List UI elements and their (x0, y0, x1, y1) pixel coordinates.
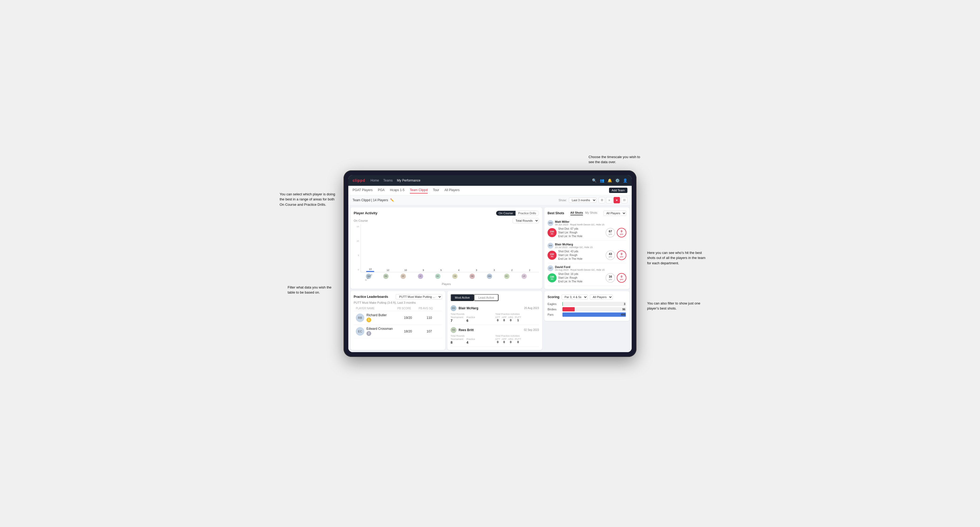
bottom-cards: Practice Leaderboards PUTT Must Make Put… (350, 291, 542, 350)
activity-date-1: 02 Sep 2023 (524, 329, 539, 332)
nav-icons: 🔍 👥 🔔 ⚙️ 👤 (592, 178, 627, 183)
on-course-toggle[interactable]: On Course (496, 211, 515, 216)
nav-my-performance[interactable]: My Performance (397, 178, 420, 183)
avg-cell-1: 107 (418, 330, 440, 333)
eagles-bar-fill (562, 302, 563, 306)
shots-tab-group: All Shots My Shots (570, 211, 598, 215)
scoring-filter-1[interactable]: Par 3, 4 & 5s (562, 294, 588, 300)
player-avatar-3: JC (412, 273, 428, 282)
callout-best-shots: Here you can see who's hit the best shot… (647, 250, 708, 266)
player-activity-card: Player Activity On Course Practice Drill… (350, 207, 542, 289)
all-shots-tab[interactable]: All Shots (570, 211, 583, 215)
most-active-tab[interactable]: Most Active (450, 294, 474, 301)
most-active-card: Most Active Least Active BM Blair McHarg… (447, 291, 542, 350)
nav-home[interactable]: Home (371, 178, 379, 183)
scoring-card: Scoring Par 3, 4 & 5s All Players Eagles (544, 291, 630, 321)
sub-nav-hcaps[interactable]: Hcaps 1-5 (390, 187, 404, 194)
player-avatar-edward: EC (356, 327, 364, 336)
shot-avatar-2: DF (547, 265, 554, 271)
chevron-right-2[interactable]: › (625, 272, 626, 276)
activity-stats-1: Total Rounds Tournament 8 Practice (450, 335, 539, 344)
chart-section-label: On Course (354, 219, 368, 222)
bar-group-2: 10 (397, 269, 414, 272)
chevron-right-0[interactable]: › (625, 227, 626, 231)
least-active-tab[interactable]: Least Active (474, 294, 498, 301)
shot-description-1: Shot Dist: 43 ydsStart Lie: RoughEnd Lie… (558, 250, 604, 261)
shot-dist-badge-1: 43 yds (606, 251, 615, 260)
callout-timescale: Choose the timescale you wish to see the… (589, 154, 642, 165)
practice-leaderboards-card: Practice Leaderboards PUTT Must Make Put… (350, 291, 445, 350)
search-icon[interactable]: 🔍 (592, 178, 597, 183)
shot-player-name-1: Blair McHarg (555, 243, 593, 246)
practice-filter-select[interactable]: PUTT Must Make Putting ... (396, 294, 442, 300)
heart-view-btn[interactable]: ♥ (614, 197, 620, 203)
nav-links: Home Teams My Performance (371, 178, 587, 183)
leaderboard-row-0: RB Richard Butler 1 19/20 110 (354, 311, 442, 325)
sub-nav: PGAT Players PGA Hcaps 1-5 Team Clippd T… (348, 186, 632, 195)
player-avatar-7: MM (482, 273, 498, 282)
practice-header: Practice Leaderboards PUTT Must Make Put… (354, 294, 442, 300)
sub-nav-pga[interactable]: PGA (378, 187, 385, 194)
col-pb-avg: PB Avg SQ (418, 307, 440, 310)
shot-player-row-0: MM Matt Miller 09 Jun 2023 · Royal North… (547, 220, 626, 226)
rank-badge-0: 1 (366, 317, 371, 322)
bell-icon[interactable]: 🔔 (608, 178, 612, 183)
shot-details-1: 200 SG Shot Dist: 43 ydsStart Lie: Rough… (547, 250, 626, 261)
app-logo: clippd (353, 178, 365, 183)
rank-badge-1: 2 (366, 331, 371, 336)
x-axis-label: Players (354, 283, 539, 286)
show-control: Show: Last 3 months ⊞ ≡ ♥ ⊟ (558, 197, 627, 203)
player-avatar-1: RB (378, 273, 394, 282)
edit-icon[interactable]: ✏️ (390, 198, 394, 202)
player-avatar-8: EC (498, 273, 515, 282)
bar-group-5: 4 (450, 269, 467, 272)
scoring-bar-eagles: Eagles 3 (547, 302, 626, 306)
profile-icon[interactable]: 👤 (623, 178, 627, 183)
team-name-label: Team Clippd | 14 Players (353, 198, 388, 202)
bar-group-0: 13 (362, 268, 379, 272)
player-name-0: Richard Butler (366, 313, 387, 317)
activity-tabs: Most Active Least Active (450, 294, 539, 301)
practice-drills-toggle[interactable]: Practice Drills (515, 211, 539, 216)
player-avatars-row: BM B. McHarg RB DF JC (354, 273, 539, 282)
timescale-select[interactable]: Last 3 months (569, 197, 597, 203)
sub-nav-all-players[interactable]: All Players (444, 187, 460, 194)
nav-bar: clippd Home Teams My Performance 🔍 👥 🔔 ⚙… (348, 175, 632, 186)
bar-group-9: 2 (522, 269, 538, 272)
activity-name-1: Rees Britt (458, 328, 474, 332)
team-header: Team Clippd | 14 Players ✏️ Show: Last 3… (348, 195, 632, 205)
chevron-right-1[interactable]: › (625, 250, 626, 254)
add-team-button[interactable]: Add Team (609, 187, 627, 193)
users-icon[interactable]: 👥 (600, 178, 604, 183)
chart-filter-select[interactable]: Total Rounds (513, 218, 539, 223)
tournament-val-0: 7 (450, 319, 463, 322)
player-avatar-9: LR (516, 273, 532, 282)
shot-avatar-1: BM (547, 243, 554, 249)
birdies-val: 96 (622, 308, 625, 311)
grid-view-btn[interactable]: ⊞ (599, 197, 605, 203)
shot-meta-2: 24 Aug 2023 · Royal North Devon GC, Hole… (555, 268, 605, 271)
right-column: Best Shots All Shots My Shots All Player… (544, 207, 630, 350)
my-shots-tab[interactable]: My Shots (585, 211, 597, 215)
col-player-name: Player Name (356, 307, 397, 310)
best-shots-title: Best Shots (547, 211, 564, 215)
settings-icon[interactable]: ⚙️ (615, 178, 620, 183)
scoring-bar-birdies: Birdies 96 (547, 307, 626, 311)
scoring-bar-pars: Pars 499 (547, 313, 626, 317)
sub-nav-tour[interactable]: Tour (433, 187, 439, 194)
player-avatar-0: BM B. McHarg (361, 273, 377, 282)
callout-filter: Filter what data you wish the table to b… (288, 285, 338, 295)
shot-dist-badge-0: 67 yds (606, 228, 615, 237)
scoring-filter-2[interactable]: All Players (590, 294, 613, 300)
chart-view-btn[interactable]: ⊟ (621, 197, 627, 203)
shot-dist-badge-2: 16 yds (606, 273, 615, 283)
all-players-filter[interactable]: All Players (603, 211, 626, 216)
nav-teams[interactable]: Teams (383, 178, 393, 183)
sub-nav-team-clippd[interactable]: Team Clippd (410, 187, 428, 194)
rounds-label-0: Total Rounds (450, 313, 494, 316)
player-info-0: RB Richard Butler 1 (356, 313, 397, 322)
bar-group-3: 9 (415, 269, 432, 272)
sub-nav-pgat[interactable]: PGAT Players (353, 187, 372, 194)
list-view-btn[interactable]: ≡ (606, 197, 612, 203)
leaderboard-subtitle: PUTT Must Make Putting (3-6 ft), Last 3 … (354, 301, 442, 304)
